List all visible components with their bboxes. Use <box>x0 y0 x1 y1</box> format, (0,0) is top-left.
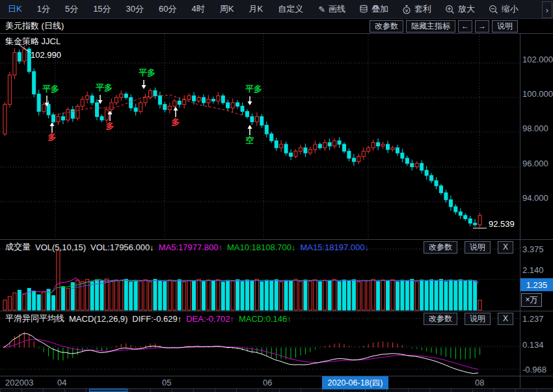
main-header-buttons: 改参数 隐藏主指标 ← → 说明 <box>367 20 518 33</box>
macd-dea-value: DEA:-0.702↑ <box>186 314 234 324</box>
top-toolbar: 日K1分5分15分30分60分4时周K月K自定义 ✎ 画线 叠加 ¥ 套利 <box>0 0 553 19</box>
axis-tick-label: 96.000 <box>522 159 548 168</box>
low-price-label: 92.539 <box>489 219 515 229</box>
timeframe-月K[interactable]: 月K <box>249 3 263 15</box>
axis-tick-label: 94.000 <box>522 193 548 203</box>
draw-line-button[interactable]: ✎ 画线 <box>318 3 345 15</box>
toolbar-more-button[interactable]: › <box>542 1 552 18</box>
zoom-in-label: 放大 <box>458 3 475 15</box>
volume-pane-header: 成交量 VOL(5,10,15) VOL:17956.000↓ MA5:1797… <box>0 240 553 254</box>
zoom-out-button[interactable]: 缩小 <box>489 3 519 15</box>
zoom-out-label: 缩小 <box>502 3 519 15</box>
arbitrage-label: 套利 <box>414 3 431 15</box>
time-axis-label: 08 <box>475 378 484 387</box>
macd-help-button[interactable]: 说明 <box>465 313 491 325</box>
timeframe-30分[interactable]: 30分 <box>126 3 144 15</box>
axis-divider <box>520 33 520 388</box>
axis-tick-label: 98.000 <box>522 124 548 133</box>
trading-app: 日K1分5分15分30分60分4时周K月K自定义 ✎ 画线 叠加 ¥ 套利 <box>0 0 553 392</box>
timeframe-日K[interactable]: 日K <box>8 3 22 15</box>
time-axis-label: 05 <box>162 378 171 387</box>
macd-formula: MACD(12,26,9) <box>69 314 128 324</box>
axis-tick-label: 2.140 <box>522 265 544 275</box>
axis-tick-label: 100.000 <box>522 89 553 99</box>
volume-ma15: MA15:18197.000↓ <box>300 242 369 252</box>
hide-indicator-button[interactable]: 隐藏主指标 <box>406 20 455 33</box>
magnifier-minus-icon <box>489 5 498 14</box>
axis-tick-label: 3.375 <box>522 244 544 254</box>
timeframe-4时[interactable]: 4时 <box>192 3 205 15</box>
selected-date-box[interactable]: 2020-06-18(四) <box>322 376 388 389</box>
scroll-thumb[interactable] <box>89 389 128 392</box>
next-arrow-button[interactable]: → <box>475 20 489 33</box>
signal-label-平多: 平多 <box>245 83 262 95</box>
volume-close-button[interactable]: X <box>498 241 513 254</box>
pencil-icon: ✎ <box>318 5 325 14</box>
time-axis-label: 04 <box>57 378 66 387</box>
peak-price-label: 102.990 <box>31 50 61 60</box>
volume-unit-box: ×万 <box>521 293 542 307</box>
signal-label-平多: 平多 <box>139 67 155 79</box>
chart-canvas <box>0 0 553 392</box>
strategy-label: 集金策略 JJCL <box>5 36 61 47</box>
axis-tick-label: -0.968 <box>522 365 546 374</box>
signal-label-多: 多 <box>48 131 57 143</box>
axis-tick-label: 0.134 <box>522 340 544 350</box>
volume-pane-title: 成交量 <box>5 241 31 253</box>
time-axis-label: 06 <box>263 378 272 387</box>
zoom-in-button[interactable]: 放大 <box>445 3 475 15</box>
timeframe-1分[interactable]: 1分 <box>37 3 50 15</box>
signal-label-平多: 平多 <box>96 82 113 94</box>
signal-label-空: 空 <box>246 135 254 146</box>
overlay-label: 叠加 <box>371 3 388 15</box>
volume-ma10: MA10:18108.700↓ <box>227 242 296 252</box>
axis-tick-label: 1.237 <box>522 314 544 324</box>
overlay-button[interactable]: 叠加 <box>359 3 388 15</box>
macd-pane-header: 平滑异同平均线 MACD(12,26,9) DIFF:-0.629↑ DEA:-… <box>0 311 553 326</box>
macd-change-params-button[interactable]: 改参数 <box>424 313 457 325</box>
timeframe-15分[interactable]: 15分 <box>93 3 111 15</box>
signal-label-多: 多 <box>172 116 180 128</box>
bottom-scroll-strip[interactable] <box>0 388 553 392</box>
volume-help-button[interactable]: 说明 <box>465 241 491 254</box>
change-params-button[interactable]: 改参数 <box>370 20 403 33</box>
timeframe-周K[interactable]: 周K <box>220 3 234 15</box>
timeframe-60分[interactable]: 60分 <box>159 3 176 15</box>
volume-formula: VOL(5,10,15) <box>35 242 86 252</box>
macd-pane-title: 平滑异同平均线 <box>5 313 64 324</box>
volume-value: VOL:17956.000↓ <box>90 242 154 252</box>
volume-ma5: MA5:17977.800↑ <box>159 242 223 252</box>
volume-change-params-button[interactable]: 改参数 <box>424 241 457 254</box>
signal-label-多: 多 <box>106 120 115 132</box>
macd-diff-value: DIFF:-0.629↑ <box>132 314 182 324</box>
timeframe-自定义[interactable]: 自定义 <box>278 3 303 15</box>
timeframe-list: 日K1分5分15分30分60分4时周K月K自定义 <box>8 3 318 15</box>
prev-arrow-button[interactable]: ← <box>458 20 472 33</box>
volume-current-value-badge: 1.235 <box>520 278 553 291</box>
macd-bar-value: MACD:0.146↑ <box>239 314 291 324</box>
svg-text:¥: ¥ <box>405 8 409 14</box>
draw-line-label: 画线 <box>329 3 345 15</box>
macd-header-buttons: 改参数 说明 X <box>421 313 518 325</box>
time-axis-label: 202003 <box>5 378 33 387</box>
arbitrage-button[interactable]: ¥ 套利 <box>402 3 431 15</box>
axis-tick-label: 102.000 <box>522 55 553 64</box>
volume-header-buttons: 改参数 说明 X <box>421 241 518 254</box>
moneybag-icon: ¥ <box>402 5 411 14</box>
timeframe-5分[interactable]: 5分 <box>65 3 78 15</box>
main-chart-header: 美元指数 (日线) 改参数 隐藏主指标 ← → 说明 <box>0 19 553 34</box>
instrument-title: 美元指数 (日线) <box>5 20 64 32</box>
layers-icon <box>359 5 368 14</box>
signal-label-平多: 平多 <box>42 83 59 95</box>
main-help-button[interactable]: 说明 <box>492 20 518 33</box>
magnifier-plus-icon <box>445 5 455 14</box>
xaxis-divider <box>0 376 553 376</box>
macd-close-button[interactable]: X <box>498 313 513 325</box>
